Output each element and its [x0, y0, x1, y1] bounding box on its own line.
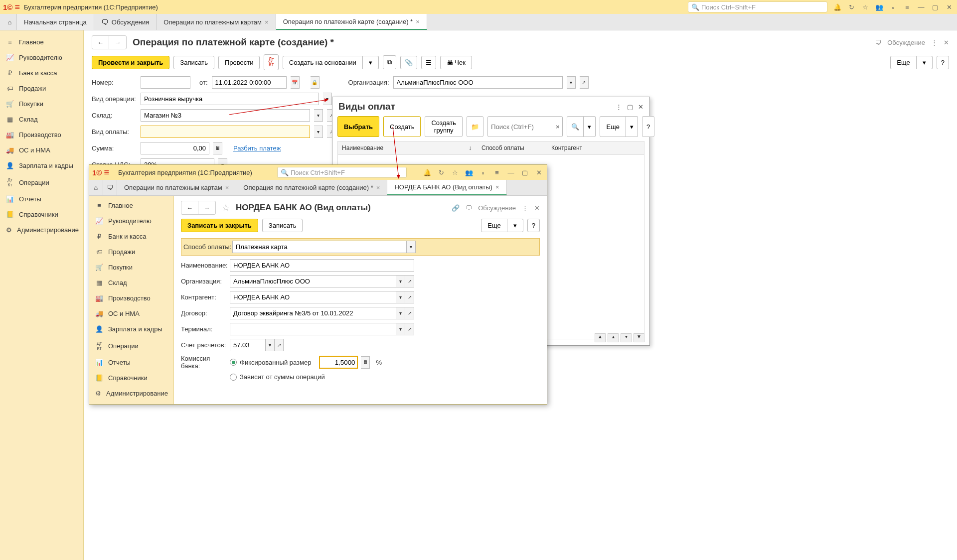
counterparty-input[interactable]: [230, 291, 396, 303]
popup-more-dropdown[interactable]: ▾: [626, 116, 638, 137]
star-icon[interactable]: ☆: [450, 169, 460, 176]
bell-icon[interactable]: 🔔: [832, 3, 842, 11]
discuss-icon[interactable]: 🗨: [466, 204, 472, 212]
dropdown-icon[interactable]: ▾: [396, 307, 405, 319]
close-icon[interactable]: ×: [265, 18, 269, 26]
radio-fixed[interactable]: [230, 359, 237, 366]
global-search-input[interactable]: 🔍 Поиск Ctrl+Shift+F: [688, 1, 827, 12]
create-group-button[interactable]: Создать группу: [425, 116, 462, 137]
sidebar-item-hr[interactable]: 👤Зарплата и кадры: [0, 158, 83, 173]
inner-more-dropdown[interactable]: ▾: [507, 219, 523, 232]
col-name[interactable]: Наименование: [342, 144, 383, 151]
users-icon[interactable]: 👥: [874, 3, 884, 11]
sum-input[interactable]: [141, 142, 209, 154]
calculator-icon[interactable]: 🖩: [361, 356, 370, 369]
open-icon[interactable]: ↗: [405, 291, 414, 303]
star-icon[interactable]: ☆: [860, 3, 870, 11]
sidebar-item-manager[interactable]: 📈Руководителю: [0, 50, 83, 65]
name-input[interactable]: [230, 259, 414, 272]
scroll-top-icon[interactable]: ▲: [595, 333, 606, 342]
sidebar-item-operations[interactable]: ДтКтОперации: [0, 173, 83, 191]
inner-more-button[interactable]: Еще: [481, 219, 507, 232]
sidebar-item-assets[interactable]: 🚚ОС и НМА: [0, 142, 83, 158]
radio-depends[interactable]: [230, 374, 237, 381]
page-close-icon[interactable]: ✕: [944, 39, 949, 46]
history-icon[interactable]: ↻: [846, 3, 856, 11]
popup-help-button[interactable]: ?: [642, 116, 654, 137]
attach-icon-button[interactable]: 📎: [400, 56, 417, 69]
calendar-icon[interactable]: 📅: [291, 76, 300, 89]
dropdown-icon[interactable]: ▾: [396, 275, 405, 287]
inner-nav-forward[interactable]: →: [198, 201, 215, 214]
sort-icon[interactable]: ↓: [469, 144, 472, 151]
more-dropdown[interactable]: ▾: [917, 56, 933, 69]
sidebar-item-manager[interactable]: 📈Руководителю: [89, 213, 173, 229]
commission-value-input[interactable]: [319, 356, 358, 369]
open-icon[interactable]: ↗: [405, 275, 414, 287]
close-icon[interactable]: ✕: [944, 3, 954, 11]
save-close-button[interactable]: Записать и закрыть: [181, 219, 258, 232]
copy-icon-button[interactable]: ⧉: [383, 55, 396, 69]
open-icon[interactable]: ↗: [275, 339, 284, 351]
inner-write-button[interactable]: Записать: [262, 219, 303, 232]
sidebar-item-production[interactable]: 🏭Производство: [89, 290, 173, 306]
dropdown-icon[interactable]: ▾: [266, 339, 275, 351]
inner-tab-3[interactable]: НОРДЕА БАНК АО (Вид оплаты)×: [387, 180, 506, 195]
terminal-input[interactable]: [230, 323, 396, 335]
sidebar-item-reports[interactable]: 📊Отчеты: [89, 355, 173, 370]
sidebar-item-reports[interactable]: 📊Отчеты: [0, 191, 83, 207]
popup-more-button[interactable]: Еще: [600, 116, 626, 137]
dot-icon[interactable]: ∘: [478, 169, 488, 176]
close-icon[interactable]: ✕: [534, 169, 544, 176]
inner-nav-back[interactable]: ←: [181, 201, 198, 214]
col-counterparty[interactable]: Контрагент: [551, 144, 592, 151]
create-based-button[interactable]: Создать на основании: [283, 56, 363, 69]
sidebar-item-sales[interactable]: 🏷Продажи: [0, 81, 83, 96]
dropdown-icon[interactable]: ▾: [407, 241, 416, 253]
sidebar-item-bank[interactable]: ₽Банк и касса: [0, 65, 83, 81]
inner-tab-2[interactable]: Операция по платежной карте (создание) *…: [236, 180, 387, 195]
sidebar-item-bank[interactable]: ₽Банк и касса: [89, 229, 173, 244]
lock-icon[interactable]: 🔒: [311, 76, 319, 89]
contract-input[interactable]: [230, 307, 396, 319]
settings-lines-icon[interactable]: ≡: [492, 169, 502, 176]
bell-icon[interactable]: 🔔: [422, 169, 432, 176]
create-based-dropdown[interactable]: ▾: [363, 56, 379, 69]
dot-icon[interactable]: ∘: [888, 3, 898, 11]
sidebar-item-refs[interactable]: 📒Справочники: [0, 207, 83, 222]
sidebar-item-sales[interactable]: 🏷Продажи: [89, 244, 173, 260]
scroll-bottom-icon[interactable]: ▼: [634, 333, 644, 342]
link-icon[interactable]: 🔗: [452, 204, 460, 212]
post-button[interactable]: Провести: [218, 56, 260, 69]
dropdown-icon[interactable]: ▾: [314, 109, 323, 122]
op-type-input[interactable]: [141, 93, 319, 105]
open-icon[interactable]: ↗: [405, 323, 414, 335]
minimize-icon[interactable]: —: [916, 3, 926, 11]
maximize-icon[interactable]: ▢: [930, 3, 940, 11]
tab-card-operation-create[interactable]: Операция по платежной карте (создание) *…: [276, 14, 427, 30]
close-icon[interactable]: ×: [495, 183, 499, 191]
create-button[interactable]: Создать: [383, 116, 421, 137]
close-icon[interactable]: ✕: [534, 204, 540, 212]
sidebar-item-main[interactable]: ≡Главное: [0, 34, 83, 50]
scroll-down-icon[interactable]: ▾: [621, 333, 632, 342]
inner-discuss-tab[interactable]: 🗨: [103, 180, 117, 195]
open-icon[interactable]: ↗: [580, 76, 589, 89]
dropdown-icon[interactable]: ▾: [396, 291, 405, 303]
dropdown-icon[interactable]: ▾: [567, 76, 576, 89]
calculator-icon[interactable]: 🖩: [213, 142, 222, 154]
settings-lines-icon[interactable]: ≡: [902, 3, 912, 11]
kebab-icon[interactable]: ⋮: [616, 103, 622, 111]
list-icon-button[interactable]: ☰: [421, 56, 436, 69]
more-button[interactable]: Еще: [890, 56, 916, 69]
help-button[interactable]: ?: [937, 56, 949, 69]
inner-home-tab[interactable]: ⌂: [89, 180, 103, 195]
kebab-icon[interactable]: ⋮: [931, 39, 938, 46]
sidebar-item-admin[interactable]: ⚙Администрирование: [89, 386, 173, 401]
account-input[interactable]: [230, 339, 266, 351]
pay-type-input[interactable]: [141, 126, 310, 138]
sidebar-item-hr[interactable]: 👤Зарплата и кадры: [89, 321, 173, 337]
sidebar-item-warehouse[interactable]: ▦Склад: [89, 275, 173, 290]
folder-icon-button[interactable]: 📁: [467, 116, 483, 137]
close-icon[interactable]: ✕: [638, 103, 643, 111]
